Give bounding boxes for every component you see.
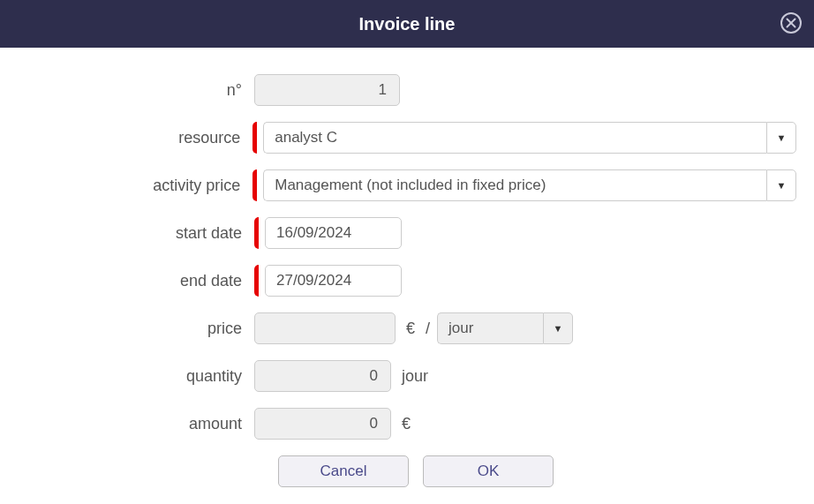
row-activity-price: activity price Management (not included … xyxy=(18,169,796,201)
cancel-button[interactable]: Cancel xyxy=(278,455,409,487)
activity-price-combo[interactable]: Management (not included in fixed price)… xyxy=(263,169,796,201)
quantity-label: quantity xyxy=(18,367,247,386)
form-body: n° 1 resource analyst C ▼ activity price… xyxy=(0,48,814,504)
button-row: Cancel OK xyxy=(278,455,796,487)
row-number: n° 1 xyxy=(18,74,796,106)
quantity-input[interactable]: 0 xyxy=(254,360,391,392)
end-date-input[interactable]: 27/09/2024 xyxy=(265,265,402,297)
row-amount: amount 0 € xyxy=(18,408,796,440)
close-icon xyxy=(780,11,803,34)
end-date-label: end date xyxy=(18,272,247,290)
price-unit-dropdown-arrow[interactable]: ▼ xyxy=(543,312,573,344)
price-unit-value[interactable]: jour xyxy=(437,312,543,344)
row-start-date: start date 16/09/2024 xyxy=(18,217,796,249)
resource-value[interactable]: analyst C xyxy=(263,122,766,154)
price-input[interactable] xyxy=(254,312,396,344)
amount-label: amount xyxy=(18,415,247,433)
row-quantity: quantity 0 jour xyxy=(18,360,796,392)
price-separator: / xyxy=(426,320,430,338)
row-price: price € / jour ▼ xyxy=(18,312,796,344)
dialog-header: Invoice line xyxy=(0,0,814,48)
number-label: n° xyxy=(18,81,247,100)
number-input: 1 xyxy=(254,74,400,106)
price-label: price xyxy=(18,320,247,338)
activity-price-label: activity price xyxy=(18,177,245,195)
row-resource: resource analyst C ▼ xyxy=(18,122,796,154)
chevron-down-icon: ▼ xyxy=(554,323,563,334)
start-date-input[interactable]: 16/09/2024 xyxy=(265,217,402,249)
activity-price-dropdown-arrow[interactable]: ▼ xyxy=(766,169,796,201)
required-indicator xyxy=(254,217,259,249)
close-button[interactable] xyxy=(779,11,803,35)
amount-currency: € xyxy=(402,415,411,433)
start-date-label: start date xyxy=(18,224,247,243)
amount-input: 0 xyxy=(254,408,391,440)
chevron-down-icon: ▼ xyxy=(777,180,787,191)
required-indicator xyxy=(252,169,257,201)
required-indicator xyxy=(254,265,259,297)
resource-dropdown-arrow[interactable]: ▼ xyxy=(766,122,796,154)
dialog-title: Invoice line xyxy=(359,14,456,34)
activity-price-value[interactable]: Management (not included in fixed price) xyxy=(263,169,766,201)
ok-button[interactable]: OK xyxy=(423,455,554,487)
resource-combo[interactable]: analyst C ▼ xyxy=(263,122,796,154)
quantity-unit: jour xyxy=(402,367,428,386)
required-indicator xyxy=(252,122,257,154)
chevron-down-icon: ▼ xyxy=(777,132,787,143)
resource-label: resource xyxy=(18,129,245,147)
price-unit-combo[interactable]: jour ▼ xyxy=(437,312,573,344)
price-currency: € xyxy=(406,320,415,338)
row-end-date: end date 27/09/2024 xyxy=(18,265,796,297)
